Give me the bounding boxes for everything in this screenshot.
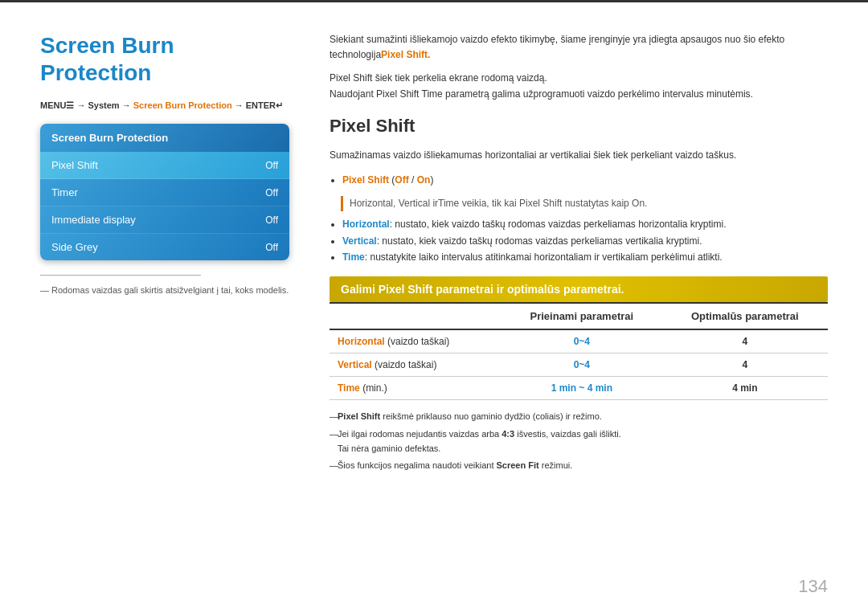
sbp-item-timer-label: Timer [51,186,78,198]
bullet-vertical: Vertical: nustato, kiek vaizdo taškų rod… [342,233,828,249]
bullet-time: Time: nustatykite laiko intervalus atiti… [342,249,828,265]
table-cell-vertical-range: 0~4 [502,353,662,377]
footnote-1: Pixel Shift reikšmė priklauso nuo gamini… [330,410,828,424]
intro-text-1: Siekiant sumažinti išliekamojo vaizdo ef… [330,32,828,63]
bullet-item-1: Pixel Shift (Off / On) [342,172,828,188]
menu-enter: ENTER [246,100,276,110]
bullet-list-2: Horizontal: nustato, kiek vaizdo taškų r… [342,216,828,265]
sbp-panel-header: Screen Burn Protection [40,124,289,152]
sbp-item-timer[interactable]: Timer Off [40,179,289,206]
table-cell-horizontal-range: 0~4 [502,329,662,353]
table-row-horizontal: Horizontal (vaizdo taškai) 0~4 4 [330,329,828,353]
description-text: Sumažinamas vaizdo išliekamumas horizont… [330,148,828,163]
pixel-shift-ref: Pixel Shift [342,174,389,186]
table-row-time: Time (min.) 1 min ~ 4 min 4 min [330,377,828,400]
horizontal-label: Horizontal [342,219,390,230]
menu-arrow3: → [235,100,246,110]
table-cell-time-range: 1 min ~ 4 min [502,377,662,400]
sub-bullet-item: Horizontal, Vertical irTime veikia, tik … [341,196,828,211]
opt-on: On [417,174,431,186]
sbp-item-immediate-value: Off [265,215,278,226]
table-cell-time-optimal: 4 min [662,377,828,400]
footnote-2: Jei ilgai rodomas nejudantis vaizdas arb… [330,427,828,456]
menu-prefix: MENU [40,100,66,110]
table-col-prieinami: Prieinami parametrai [502,303,662,329]
section-title: Pixel Shift [330,116,828,137]
pixel-shift-highlight1: Pixel Shift [330,72,372,84]
sbp-item-pixel-shift[interactable]: Pixel Shift Off [40,152,289,179]
sbp-item-pixel-shift-value: Off [265,160,278,171]
sbp-panel: Screen Burn Protection Pixel Shift Off T… [40,124,289,260]
table-cell-time-label: Time (min.) [330,377,502,400]
sbp-item-pixel-shift-label: Pixel Shift [51,159,98,171]
table-col-label [330,303,502,329]
sbp-item-sidegrey-label: Side Grey [51,241,98,253]
param-table: Prieinami parametrai Optimalūs parametra… [330,302,828,400]
time-label: Time [342,251,365,263]
vertical-ref: Vertical [399,198,430,209]
menu-system: System [88,100,120,110]
table-col-optimalus: Optimalūs parametrai [662,303,828,329]
left-column: Screen Burn Protection MENU☰ → System → … [40,32,289,476]
top-border-line [0,0,868,2]
menu-path: MENU☰ → System → Screen Burn Protection … [40,100,289,111]
table-cell-vertical-label: Vertical (vaizdo taškai) [330,353,502,377]
page-title: Screen Burn Protection [40,32,289,86]
bullet-horizontal: Horizontal: nustato, kiek vaizdo taškų r… [342,216,828,232]
pixel-shift-note1: Pixel Shift šiek tiek perkelia ekrane ro… [330,72,828,84]
sbp-item-sidegrey[interactable]: Side Grey Off [40,234,289,260]
vertical-label: Vertical [342,235,377,247]
pixel-shift-time-highlight: Pixel Shift Time [376,88,443,100]
pixel-shift-ref2: Pixel Shift [519,198,562,209]
divider-line [40,275,201,276]
table-cell-vertical-optimal: 4 [662,353,828,377]
opt-off: Off [395,174,408,186]
left-note: ― Rodomas vaizdas gali skirtis atsižvelg… [40,285,289,295]
right-column: Siekiant sumažinti išliekamojo vaizdo ef… [313,32,828,476]
bullet-list: Pixel Shift (Off / On) [342,172,828,188]
footnotes: Pixel Shift reikšmė priklauso nuo gamini… [330,410,828,472]
gold-banner: Galimi Pixel Shift parametrai ir optimal… [330,276,828,302]
table-row-vertical: Vertical (vaizdo taškai) 0~4 4 [330,353,828,377]
sbp-item-immediate-label: Immediate display [51,214,136,226]
menu-arrow2: → [122,100,133,110]
time-ref: Time [438,198,459,209]
table-cell-horizontal-optimal: 4 [662,329,828,353]
page-number: 134 [798,576,828,597]
sbp-item-timer-value: Off [265,187,278,198]
menu-enter-icon: ↵ [276,100,283,110]
pixel-shift-link: Pixel Shift. [381,49,430,60]
horizontal-ref: Horizontal [350,198,393,209]
table-cell-horizontal-label: Horizontal (vaizdo taškai) [330,329,502,353]
on-ref: On [632,198,645,209]
menu-sbp: Screen Burn Protection [133,100,232,110]
menu-arrow1: → [76,100,88,110]
menu-icon: ☰ [66,100,74,110]
pixel-shift-note2: Naudojant Pixel Shift Time parametrą gal… [330,88,828,100]
sbp-item-sidegrey-value: Off [265,242,278,253]
sbp-item-immediate[interactable]: Immediate display Off [40,206,289,234]
content-wrapper: Screen Burn Protection MENU☰ → System → … [0,0,868,501]
footnote-3: Šios funkcijos negalima naudoti veikiant… [330,459,828,473]
